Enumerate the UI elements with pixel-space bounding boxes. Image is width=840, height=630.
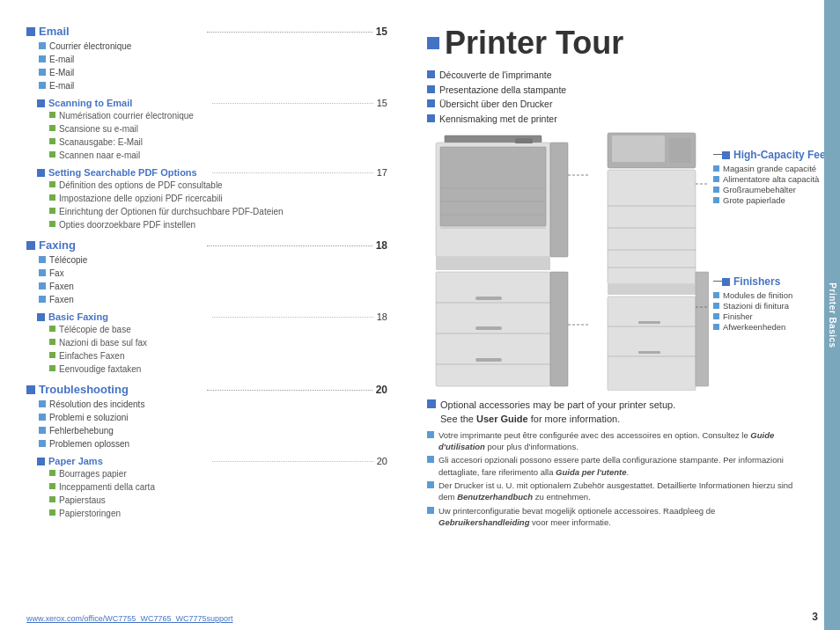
basic-faxing-title: Basic Faxing — [48, 311, 209, 322]
sub-list-text: Papierstaus — [59, 494, 106, 507]
faxing-section-icon — [26, 241, 35, 250]
sub-list-item: Télécopie de base — [49, 324, 387, 336]
svg-rect-28 — [608, 284, 696, 295]
optional-lang-text-de: Der Drucker ist u. U. mit optionalem Zub… — [438, 480, 802, 503]
right-bullet-icon — [427, 99, 435, 107]
faxing-title: Faxing — [39, 238, 203, 252]
scanning-email-title: Scanning to Email — [48, 98, 209, 108]
hcf-sub-icon — [713, 165, 719, 172]
list-item: Problemen oplossen — [39, 438, 387, 451]
pdf-options-title: Setting Searchable PDF Options — [48, 167, 209, 178]
faxing-section: Faxing 18 Télécopie Fax Faxen Faxen Basi… — [26, 238, 387, 376]
sub-list-text: Eenvoudige faxtaken — [59, 363, 141, 376]
list-bullet-icon — [39, 414, 46, 421]
subsection-dots — [212, 461, 372, 462]
sub-list-text: Inceppamenti della carta — [59, 481, 155, 494]
list-bullet-icon — [39, 69, 46, 76]
sub-list-item: Scansione su e-mail — [49, 123, 387, 136]
finisher-item: Modules de finition — [713, 290, 824, 300]
pdf-options-header: Setting Searchable PDF Options 17 — [37, 167, 387, 178]
hcf-sub-text: Großraumebehälter — [723, 185, 796, 194]
finisher-sub-icon — [713, 292, 719, 298]
basic-faxing-page: 18 — [377, 311, 387, 322]
printer-illustration: High-Capacity Feeder Magasin grande capa… — [427, 131, 802, 391]
email-page: 15 — [376, 26, 387, 38]
email-section: Email 15 Courrier électronique E-mail E-… — [26, 25, 387, 231]
optional-lang-icon — [427, 456, 434, 463]
list-bullet-icon — [39, 427, 46, 434]
sub-bullet-icon — [49, 112, 55, 118]
optional-lang-text-fr: Votre imprimante peut être configurée av… — [438, 429, 802, 453]
subsection-icon — [37, 99, 45, 107]
right-list-text: Kennismaking met de printer — [439, 113, 557, 126]
list-item-text: Problemen oplossen — [49, 438, 129, 451]
sub-bullet-icon — [49, 194, 55, 201]
list-item: Résolution des incidents — [39, 399, 387, 411]
sub-list-text: Scanausgabe: E-Mail — [59, 136, 143, 149]
list-item: E-Mail — [39, 67, 387, 79]
subsection-dots — [212, 317, 372, 318]
paper-jams-title: Paper Jams — [48, 456, 209, 466]
sub-list-item: Scanausgabe: E-Mail — [49, 136, 387, 149]
svg-rect-14 — [475, 326, 502, 330]
optional-lang-item-it: Gli accesori opzionali possono essere pa… — [427, 454, 802, 478]
svg-rect-34 — [696, 272, 709, 386]
svg-rect-22 — [669, 138, 691, 163]
right-panel: Printer Tour Découverte de l'imprimante … — [405, 0, 824, 630]
sub-list-item: Eenvoudige faxtaken — [49, 363, 387, 376]
list-item: E-mail — [39, 80, 387, 92]
hcf-title: High-Capacity Feeder — [733, 149, 824, 161]
finisher-item: Stazioni di finitura — [713, 301, 824, 311]
hcf-item: Alimentatore alta capacità — [713, 174, 824, 184]
sub-bullet-icon — [49, 339, 55, 345]
right-bullet-icon — [427, 85, 435, 93]
page-title: Printer Tour — [427, 25, 802, 62]
right-bullet-icon — [427, 70, 435, 78]
hcf-sub-icon — [713, 187, 719, 193]
scanning-email-header: Scanning to Email 15 — [37, 98, 387, 108]
troubleshooting-header: Troubleshooting 20 — [26, 383, 387, 396]
list-bullet-icon — [39, 282, 46, 289]
list-bullet-icon — [39, 296, 46, 303]
sub-list-item: Inceppamenti della carta — [49, 481, 387, 494]
hcf-sub-text: Magasin grande capacité — [723, 164, 816, 173]
finisher-sub-text: Finisher — [723, 311, 753, 321]
list-item: Faxen — [39, 294, 387, 306]
subsection-icon — [37, 169, 45, 177]
sub-list-item: Définition des options de PDF consultabl… — [49, 179, 387, 192]
sub-list-text: Impostazione delle opzioni PDF ricercabi… — [59, 193, 223, 205]
sub-list-text: Opties doorzoekbare PDF instellen — [59, 219, 195, 231]
svg-rect-33 — [638, 351, 660, 354]
basic-faxing-header: Basic Faxing 18 — [37, 311, 387, 322]
hcf-icon — [722, 151, 730, 159]
hcf-sub-text: Grote papierlade — [723, 195, 785, 205]
list-item-text: Courrier électronique — [49, 40, 131, 53]
hcf-item: Magasin grande capacité — [713, 164, 824, 173]
svg-rect-17 — [515, 138, 533, 143]
hcf-sub-text: Alimentatore alta capacità — [723, 174, 819, 184]
optional-lang-item-nl: Uw printerconfiguratie bevat mogelijk op… — [427, 505, 802, 529]
sub-list-text: Scannen naar e-mail — [59, 150, 140, 162]
faxing-page: 18 — [376, 239, 387, 252]
sub-bullet-icon — [49, 221, 55, 227]
email-section-icon — [26, 27, 35, 36]
finisher-sub-icon — [713, 324, 719, 330]
right-list-item: Übersicht über den Drucker — [427, 98, 802, 111]
list-bullet-icon — [39, 42, 46, 49]
troubleshooting-section-icon — [26, 385, 35, 394]
optional-main-text: Optional accessories may be part of your… — [440, 398, 675, 427]
list-item-text: E-mail — [49, 54, 74, 66]
svg-rect-21 — [612, 136, 665, 162]
title-icon — [427, 37, 439, 49]
svg-rect-16 — [550, 272, 568, 386]
list-item: Fax — [39, 267, 387, 280]
right-list-item: Découverte de l'imprimante — [427, 69, 802, 82]
troubleshooting-page: 20 — [376, 384, 387, 396]
pdf-options-page: 17 — [377, 167, 387, 178]
sub-bullet-icon — [49, 125, 55, 131]
sub-list-item: Einfaches Faxen — [49, 350, 387, 363]
sub-list-text: Einfaches Faxen — [59, 350, 125, 363]
scanning-email-page: 15 — [377, 98, 387, 108]
finisher-sub-text: Stazioni di finitura — [723, 301, 789, 311]
printer-svg — [427, 131, 594, 391]
